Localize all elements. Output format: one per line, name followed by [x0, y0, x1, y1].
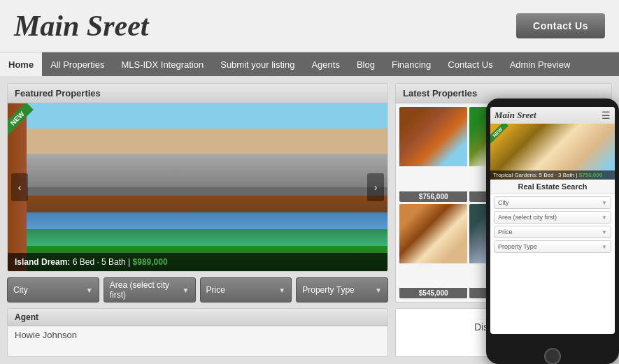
- featured-image-container: NEW ‹ › Island Dream: 6 Bed · 5 Bath | $…: [8, 103, 387, 271]
- price-select-arrow: ▼: [278, 286, 285, 294]
- header-contact-button[interactable]: Contact Us: [516, 13, 605, 38]
- nav-item-submit-listing[interactable]: Submit your listing: [212, 52, 303, 76]
- mobile-type-select[interactable]: Property Type ▼: [494, 240, 611, 253]
- area-select[interactable]: Area (select city first) ▼: [104, 277, 196, 303]
- mobile-featured-image: NEW Tropical Gardens: 5 Bed · 3 Bath | $…: [490, 124, 615, 180]
- property-type-label: Property Type: [302, 285, 354, 295]
- mobile-area-label: Area (select city first): [498, 214, 557, 221]
- nav-item-all-properties[interactable]: All Properties: [42, 52, 113, 76]
- price-select[interactable]: Price ▼: [200, 277, 292, 303]
- city-select[interactable]: City ▼: [7, 277, 99, 303]
- mobile-logo: Main Sreet: [495, 110, 536, 121]
- mobile-home-button[interactable]: [544, 348, 561, 364]
- page-header: Main Sreet Contact Us: [0, 0, 619, 52]
- prop-price-4: $545,000: [399, 288, 467, 298]
- featured-caption: Island Dream: 6 Bed · 5 Bath | $989,000: [8, 253, 387, 271]
- property-type-arrow: ▼: [375, 286, 382, 294]
- property-thumb-4[interactable]: $545,000: [399, 204, 467, 299]
- mobile-search-title: Real Estate Search: [490, 180, 615, 194]
- mobile-device: Main Sreet ☰ NEW Tropical Gardens: 5 Bed…: [486, 99, 619, 364]
- left-panel: Featured Properties NEW ‹ › Island Dream…: [7, 83, 388, 357]
- price-label: Price: [206, 285, 225, 295]
- nav-item-agents[interactable]: Agents: [303, 52, 348, 76]
- mobile-area-select[interactable]: Area (select city first) ▼: [494, 211, 611, 224]
- carousel-next-button[interactable]: ›: [367, 173, 384, 201]
- mobile-price-arrow: ▼: [602, 229, 607, 235]
- mobile-type-label: Property Type: [498, 243, 537, 250]
- nav-item-admin[interactable]: Admin Preview: [501, 52, 579, 76]
- search-filters-row: City ▼ Area (select city first) ▼ Price …: [7, 277, 388, 303]
- mobile-header: Main Sreet ☰: [490, 107, 615, 124]
- caption-price: $989,000: [133, 257, 168, 267]
- mobile-city-arrow: ▼: [602, 200, 607, 206]
- site-logo: Main Sreet: [14, 9, 149, 43]
- prop-image-4: [399, 204, 467, 263]
- mobile-prop-title: Tropical Gardens:: [493, 172, 537, 178]
- mobile-prop-caption: Tropical Gardens: 5 Bed · 3 Bath | $756,…: [490, 170, 615, 180]
- nav-item-contact[interactable]: Contact Us: [439, 52, 501, 76]
- property-type-select[interactable]: Property Type ▼: [296, 277, 388, 303]
- area-label: Area (select city first): [110, 280, 183, 300]
- main-nav: Home All Properties MLS-IDX Integration …: [0, 52, 619, 76]
- mobile-new-badge: NEW: [490, 124, 508, 144]
- prop-price-1: $756,000: [399, 191, 467, 202]
- featured-properties-box: Featured Properties NEW ‹ › Island Dream…: [7, 83, 388, 272]
- agent-name: Howie Johnson: [8, 326, 387, 344]
- nav-item-financing[interactable]: Financing: [383, 52, 439, 76]
- mobile-prop-detail: 5 Bed · 3 Bath |: [539, 172, 578, 178]
- nav-item-home[interactable]: Home: [0, 52, 42, 76]
- new-ribbon: NEW: [8, 103, 50, 145]
- nav-item-mls[interactable]: MLS-IDX Integration: [113, 52, 212, 76]
- agent-box: Agent Howie Johnson: [7, 308, 388, 357]
- mobile-screen: Main Sreet ☰ NEW Tropical Gardens: 5 Bed…: [490, 107, 615, 334]
- mobile-price-label: Price: [498, 228, 513, 235]
- caption-title: Island Dream:: [15, 257, 70, 267]
- featured-title: Featured Properties: [8, 84, 387, 103]
- nav-item-blog[interactable]: Blog: [348, 52, 383, 76]
- mobile-prop-price: $756,000: [579, 172, 602, 178]
- mobile-area-arrow: ▼: [602, 214, 607, 221]
- carousel-prev-button[interactable]: ‹: [11, 173, 28, 201]
- city-label: City: [13, 285, 28, 295]
- mobile-city-label: City: [498, 199, 509, 206]
- kitchen-background: [8, 103, 387, 271]
- mobile-type-arrow: ▼: [602, 244, 607, 250]
- mobile-new-ribbon: NEW: [490, 124, 518, 152]
- mobile-price-select[interactable]: Price ▼: [494, 226, 611, 238]
- featured-property-image: NEW: [8, 103, 387, 271]
- mobile-city-select[interactable]: City ▼: [494, 196, 611, 209]
- caption-detail: 6 Bed · 5 Bath |: [73, 257, 131, 267]
- area-select-arrow: ▼: [183, 286, 190, 294]
- mobile-menu-icon[interactable]: ☰: [602, 110, 611, 121]
- city-select-arrow: ▼: [86, 286, 93, 294]
- agent-title: Agent: [8, 309, 387, 326]
- new-badge: NEW: [8, 103, 34, 135]
- prop-image-1: [399, 107, 467, 166]
- property-thumb-1[interactable]: $756,000: [399, 107, 467, 202]
